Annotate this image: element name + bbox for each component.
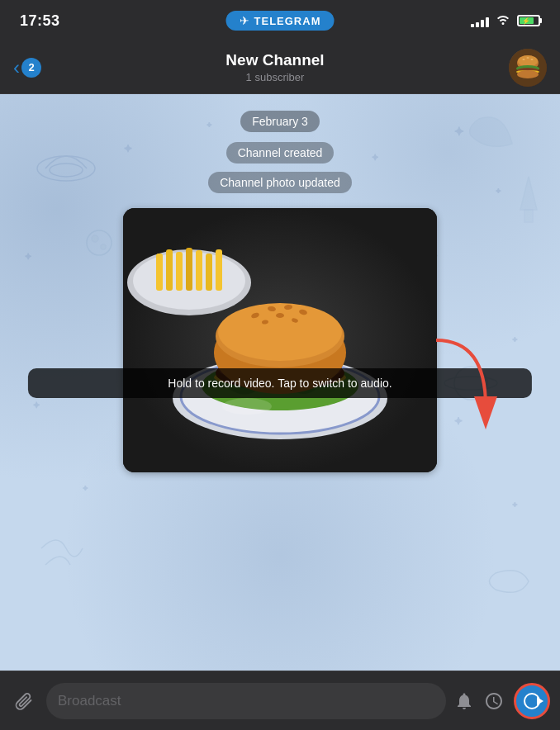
avatar-image xyxy=(509,49,547,87)
tooltip-text: Hold to record video. Tap to switch to a… xyxy=(168,377,392,390)
svg-rect-47 xyxy=(216,249,222,291)
svg-text:✦: ✦ xyxy=(83,485,88,492)
back-badge: 2 xyxy=(21,58,41,78)
signal-icon xyxy=(471,14,489,27)
back-chevron-icon: ‹ xyxy=(13,58,20,78)
svg-point-54 xyxy=(218,303,342,361)
channel-info[interactable]: New Channel 1 subscriber xyxy=(41,51,509,83)
bottom-bar xyxy=(0,671,560,730)
subscriber-count: 1 subscriber xyxy=(41,71,509,83)
channel-name: New Channel xyxy=(41,51,509,69)
back-button[interactable]: ‹ 2 xyxy=(13,58,41,78)
status-time: 17:53 xyxy=(20,12,60,30)
video-record-button[interactable] xyxy=(514,683,550,719)
system-message-1: Channel photo updated xyxy=(208,172,352,193)
channel-avatar[interactable] xyxy=(509,49,547,87)
bottom-action-icons xyxy=(454,683,550,719)
status-icons: ⚡ xyxy=(471,13,540,28)
image-message[interactable] xyxy=(123,208,437,472)
video-record-icon xyxy=(524,693,540,709)
svg-point-9 xyxy=(517,70,539,78)
message-image xyxy=(123,208,437,472)
svg-point-3 xyxy=(523,59,525,60)
battery-icon: ⚡ xyxy=(517,15,540,26)
svg-rect-43 xyxy=(176,252,183,291)
broadcast-input[interactable] xyxy=(58,693,434,709)
system-message-0: Channel created xyxy=(226,142,335,164)
svg-text:✦: ✦ xyxy=(512,501,518,509)
red-arrow-icon xyxy=(411,332,510,431)
svg-rect-44 xyxy=(186,248,192,291)
chat-header: ‹ 2 New Channel 1 subscriber xyxy=(0,41,560,94)
app-pill: ✈ TELEGRAM xyxy=(226,11,335,31)
status-bar: 17:53 ✈ TELEGRAM ⚡ xyxy=(0,0,560,41)
wifi-icon xyxy=(496,13,510,28)
date-separator: February 3 xyxy=(240,111,320,132)
chat-area: ✦ ✦ ✦ ✦ ✦ ✦ ✦ ✦ ✦ ✦ ✦ ✦ xyxy=(0,94,560,671)
telegram-icon: ✈ xyxy=(240,14,249,27)
svg-point-5 xyxy=(531,59,534,60)
svg-point-4 xyxy=(527,57,529,59)
telegram-pill: ✈ TELEGRAM xyxy=(226,11,335,31)
svg-point-61 xyxy=(276,313,284,318)
notification-button[interactable] xyxy=(454,691,474,711)
svg-rect-42 xyxy=(166,249,173,291)
message-input-container[interactable] xyxy=(46,683,446,719)
svg-rect-46 xyxy=(206,254,212,291)
svg-rect-41 xyxy=(156,254,163,291)
attach-button[interactable] xyxy=(10,687,38,715)
telegram-label: TELEGRAM xyxy=(254,15,321,27)
svg-point-62 xyxy=(222,398,272,415)
svg-rect-45 xyxy=(196,250,202,291)
schedule-button[interactable] xyxy=(484,691,504,711)
